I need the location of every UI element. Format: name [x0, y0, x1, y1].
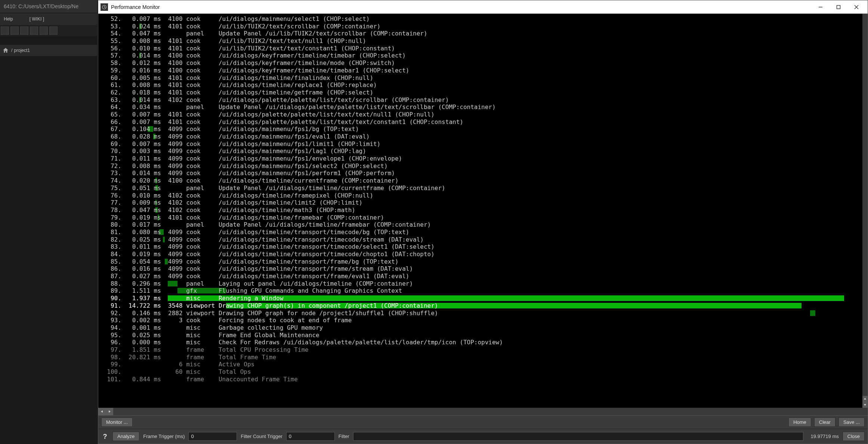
- log-row[interactable]: 74. 0.020 ms 4100 cook /ui/dialogs/timel…: [100, 177, 865, 184]
- log-row[interactable]: 65. 0.007 ms 4101 cook /ui/dialogs/palet…: [100, 111, 865, 118]
- log-row[interactable]: 89. 1.511 ms gfx Flushing GPU Commands a…: [100, 287, 865, 295]
- log-row[interactable]: 77. 0.009 ms 4102 cook /ui/dialogs/timel…: [100, 199, 865, 207]
- filter-input[interactable]: [353, 432, 803, 441]
- log-row[interactable]: 76. 0.010 ms 4102 cook /ui/dialogs/timel…: [100, 192, 865, 199]
- log-row[interactable]: 93. 0.002 ms 3 cook Forcing nodes to coo…: [100, 317, 865, 324]
- log-row-text: 83. 0.011 ms 4099 cook /ui/dialogs/timel…: [100, 243, 435, 250]
- close-window-button[interactable]: [847, 2, 865, 12]
- scroll-right-arrow-icon[interactable]: [106, 408, 113, 415]
- log-row-text: 71. 0.011 ms 4099 cook /ui/dialogs/mainm…: [100, 155, 402, 162]
- perf-toolbar-1: Monitor ... Home Clear Save ...: [98, 415, 868, 429]
- log-row[interactable]: 101. 0.844 ms frame Unaccounted Frame Ti…: [100, 376, 865, 383]
- log-row[interactable]: 87. 0.027 ms 4099 cook /ui/dialogs/timel…: [100, 273, 865, 280]
- palette-tab[interactable]: [49, 27, 58, 35]
- palette-tab[interactable]: [10, 27, 19, 35]
- log-row-text: 56. 0.010 ms 4101 cook /ui/lib/TUIK2/tex…: [100, 45, 395, 52]
- analyze-button[interactable]: Analyze: [112, 432, 139, 441]
- log-row[interactable]: 96. 0.000 ms misc Check For Redraws /ui/…: [100, 339, 865, 346]
- palette-tab[interactable]: [1, 27, 9, 35]
- timing-bar: [810, 310, 815, 316]
- horizontal-scrollbar[interactable]: [98, 408, 868, 415]
- palette-tab[interactable]: [20, 27, 28, 35]
- log-row[interactable]: 86. 0.016 ms 4099 cook /ui/dialogs/timel…: [100, 265, 865, 273]
- palette-tab[interactable]: [30, 27, 38, 35]
- log-row[interactable]: 92. 0.146 ms 2882 viewport Drawing CHOP …: [100, 310, 865, 317]
- log-row[interactable]: 71. 0.011 ms 4099 cook /ui/dialogs/mainm…: [100, 155, 865, 162]
- log-row[interactable]: 98. 20.821 ms frame Total Frame Time: [100, 354, 865, 361]
- log-row[interactable]: 95. 0.025 ms misc Frame End Global Maint…: [100, 332, 865, 339]
- log-row[interactable]: 58. 0.012 ms 4100 cook /ui/dialogs/keyfr…: [100, 59, 865, 67]
- maximize-button[interactable]: [830, 2, 847, 12]
- scroll-down-arrow-icon[interactable]: [862, 402, 868, 408]
- log-row[interactable]: 79. 0.019 ms 4101 cook /ui/dialogs/timel…: [100, 214, 865, 221]
- home-icon[interactable]: [2, 47, 9, 54]
- log-row[interactable]: 59. 0.016 ms 4100 cook /ui/dialogs/keyfr…: [100, 67, 865, 74]
- filter-count-input[interactable]: [286, 432, 335, 441]
- log-row[interactable]: 81. 0.080 ms 4099 cook /ui/dialogs/timel…: [100, 229, 865, 236]
- performance-monitor-window: Performance Monitor 52. 0.007 ms 4100 co…: [98, 0, 868, 444]
- log-row-text: 85. 0.054 ms 4099 cook /ui/dialogs/timel…: [100, 258, 399, 265]
- scroll-up-arrow-icon[interactable]: [862, 396, 868, 402]
- log-row[interactable]: 88. 0.296 ms panel Laying out panel /ui/…: [100, 280, 865, 288]
- close-button[interactable]: Close: [843, 432, 865, 441]
- perf-log-view[interactable]: 52. 0.007 ms 4100 cook /ui/dialogs/mainm…: [98, 14, 868, 415]
- log-row[interactable]: 75. 0.051 ms panel Update Panel /ui/dial…: [100, 184, 865, 192]
- log-row[interactable]: 99. 6 misc Active Ops: [100, 361, 865, 368]
- log-row[interactable]: 60. 0.005 ms 4101 cook /ui/dialogs/timel…: [100, 74, 865, 82]
- minimize-button[interactable]: [812, 2, 830, 12]
- host-palette-tabs: [0, 25, 97, 36]
- log-row-text: 68. 0.028 ms 4099 cook /ui/dialogs/mainm…: [100, 133, 370, 140]
- log-row[interactable]: 68. 0.028 ms 4099 cook /ui/dialogs/mainm…: [100, 133, 865, 140]
- log-row[interactable]: 82. 0.025 ms 4099 cook /ui/dialogs/timel…: [100, 236, 865, 243]
- log-row[interactable]: 56. 0.010 ms 4101 cook /ui/lib/TUIK2/tex…: [100, 45, 865, 52]
- frame-trigger-label: Frame Trigger (ms): [143, 434, 185, 439]
- log-row[interactable]: 94. 0.001 ms misc Garbage collecting GPU…: [100, 324, 865, 332]
- frame-trigger-input[interactable]: [188, 432, 237, 441]
- scrollbar-track[interactable]: [113, 408, 868, 415]
- home-button[interactable]: Home: [788, 417, 811, 427]
- save-button[interactable]: Save ...: [838, 417, 865, 427]
- log-row[interactable]: 67. 0.104 ms 4099 cook /ui/dialogs/mainm…: [100, 125, 865, 133]
- clear-button[interactable]: Clear: [814, 417, 835, 427]
- log-row[interactable]: 57. 0.014 ms 4100 cook /ui/dialogs/keyfr…: [100, 52, 865, 59]
- vertical-scrollbar[interactable]: [862, 14, 868, 408]
- path-project[interactable]: project1: [14, 48, 30, 53]
- log-row[interactable]: 78. 0.047 ms 4102 cook /ui/dialogs/timel…: [100, 207, 865, 214]
- log-row[interactable]: 72. 0.008 ms 4099 cook /ui/dialogs/mainm…: [100, 162, 865, 170]
- svg-rect-2: [837, 5, 840, 9]
- log-row[interactable]: 73. 0.014 ms 4099 cook /ui/dialogs/mainm…: [100, 170, 865, 177]
- scroll-left-arrow-icon[interactable]: [98, 408, 106, 415]
- perf-titlebar[interactable]: Performance Monitor: [98, 0, 868, 14]
- log-row[interactable]: 62. 0.018 ms 4101 cook /ui/dialogs/timel…: [100, 89, 865, 96]
- log-row[interactable]: 90. 1.937 ms misc Rendering a Window: [100, 295, 865, 302]
- log-row-text: 95. 0.025 ms misc Frame End Global Maint…: [100, 332, 319, 339]
- log-row[interactable]: 55. 0.008 ms 4101 cook /ui/lib/TUIK2/tex…: [100, 37, 865, 45]
- log-row[interactable]: 85. 0.054 ms 4099 cook /ui/dialogs/timel…: [100, 258, 865, 266]
- log-row[interactable]: 70. 0.003 ms 4099 cook /ui/dialogs/mainm…: [100, 148, 865, 155]
- log-row[interactable]: 64. 0.034 ms panel Update Panel /ui/dial…: [100, 103, 865, 111]
- log-row[interactable]: 52. 0.007 ms 4100 cook /ui/dialogs/mainm…: [100, 15, 865, 23]
- log-row[interactable]: 91. 14.722 ms 3548 viewport Drawing CHOP…: [100, 302, 865, 310]
- log-row-text: 80. 0.017 ms panel Update Panel /ui/dial…: [100, 221, 431, 228]
- log-row[interactable]: 61. 0.008 ms 4101 cook /ui/dialogs/timel…: [100, 81, 865, 89]
- monitor-button[interactable]: Monitor ...: [101, 417, 133, 427]
- svg-marker-7: [101, 410, 103, 413]
- host-menu-help[interactable]: Help: [0, 15, 17, 23]
- log-row-text: 96. 0.000 ms misc Check For Redraws /ui/…: [100, 339, 503, 346]
- host-menu-wiki[interactable]: [ WIKI ]: [26, 15, 48, 23]
- log-row[interactable]: 84. 0.019 ms 4099 cook /ui/dialogs/timel…: [100, 251, 865, 258]
- log-row[interactable]: 83. 0.011 ms 4099 cook /ui/dialogs/timel…: [100, 243, 865, 251]
- log-row-text: 65. 0.007 ms 4101 cook /ui/dialogs/palet…: [100, 111, 435, 118]
- palette-tab[interactable]: [40, 27, 48, 35]
- log-row[interactable]: 80. 0.017 ms panel Update Panel /ui/dial…: [100, 221, 865, 229]
- log-row[interactable]: 66. 0.007 ms 4101 cook /ui/dialogs/palet…: [100, 118, 865, 126]
- log-row[interactable]: 97. 1.851 ms frame Total CPU Processing …: [100, 346, 865, 354]
- log-row[interactable]: 53. 0.024 ms 4101 cook /ui/lib/TUIK2/tex…: [100, 23, 865, 30]
- perf-toolbar-2: ? Analyze Frame Trigger (ms) Filter Coun…: [98, 429, 868, 444]
- help-icon[interactable]: ?: [101, 433, 109, 440]
- log-row[interactable]: 69. 0.007 ms 4099 cook /ui/dialogs/mainm…: [100, 140, 865, 148]
- log-row[interactable]: 100. 60 misc Total Ops: [100, 368, 865, 376]
- host-path-bar[interactable]: / project1: [0, 45, 97, 56]
- log-row[interactable]: 63. 0.014 ms 4102 cook /ui/dialogs/palet…: [100, 96, 865, 104]
- log-row[interactable]: 54. 0.047 ms panel Update Panel /ui/lib/…: [100, 30, 865, 37]
